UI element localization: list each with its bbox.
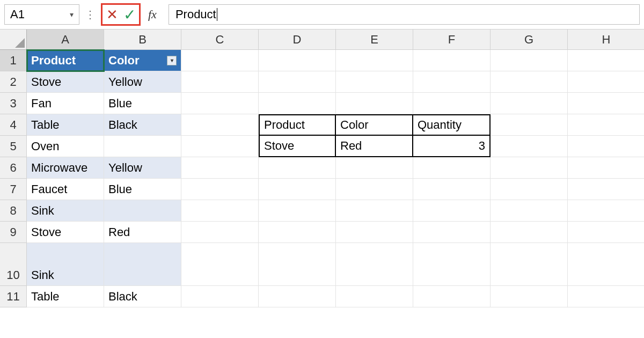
col-header-B[interactable]: B [104,30,181,50]
row-header-6[interactable]: 6 [0,157,27,179]
fx-icon[interactable]: fx [144,8,161,21]
row-header-8[interactable]: 8 [0,200,27,222]
cell-C6[interactable] [181,157,259,179]
cell-F7[interactable] [413,179,491,200]
cell-A5[interactable]: Oven [27,136,104,157]
cell-A6[interactable]: Microwave [27,157,104,179]
cell-E7[interactable] [336,179,413,200]
cell-A4[interactable]: Table [27,114,104,136]
cell-F6[interactable] [413,157,491,179]
cell-A11[interactable]: Table [27,286,104,307]
cell-H11[interactable] [568,286,644,307]
row-header-9[interactable]: 9 [0,222,27,243]
cell-B2[interactable]: Yellow [104,71,181,93]
cell-A8[interactable]: Sink [27,200,104,222]
row-header-10[interactable]: 10 [0,243,27,286]
cell-B6[interactable]: Yellow [104,157,181,179]
select-all-corner[interactable] [0,30,27,50]
cell-F5[interactable]: 3 [413,136,491,157]
filter-dropdown-icon[interactable]: ▾ [167,56,177,65]
row-header-2[interactable]: 2 [0,71,27,93]
cell-D10[interactable] [259,243,336,286]
cell-D7[interactable] [259,179,336,200]
cell-G8[interactable] [491,200,568,222]
cell-E11[interactable] [336,286,413,307]
cell-E10[interactable] [336,243,413,286]
row-header-4[interactable]: 4 [0,114,27,136]
cell-C10[interactable] [181,243,259,286]
cancel-button[interactable]: ✕ [104,6,121,23]
col-header-D[interactable]: D [259,30,336,50]
cell-G4[interactable] [491,114,568,136]
cell-H5[interactable] [568,136,644,157]
row-header-1[interactable]: 1 [0,50,27,71]
cell-D2[interactable] [259,71,336,93]
cell-G7[interactable] [491,179,568,200]
cell-H10[interactable] [568,243,644,286]
col-header-A[interactable]: A [27,30,104,50]
cell-D9[interactable] [259,222,336,243]
cell-C5[interactable] [181,136,259,157]
cell-C11[interactable] [181,286,259,307]
cell-B11[interactable]: Black [104,286,181,307]
formula-input[interactable]: Product [169,4,640,25]
cell-G2[interactable] [491,71,568,93]
cell-D11[interactable] [259,286,336,307]
row-header-11[interactable]: 11 [0,286,27,307]
cell-F4[interactable]: Quantity [413,114,491,136]
cell-E1[interactable] [336,50,413,71]
cell-E6[interactable] [336,157,413,179]
cell-C3[interactable] [181,93,259,114]
cell-C7[interactable] [181,179,259,200]
cell-G1[interactable] [491,50,568,71]
cell-A7[interactable]: Faucet [27,179,104,200]
cell-H9[interactable] [568,222,644,243]
cell-C4[interactable] [181,114,259,136]
row-header-5[interactable]: 5 [0,136,27,157]
cell-F8[interactable] [413,200,491,222]
cell-B3[interactable]: Blue [104,93,181,114]
col-header-H[interactable]: H [568,30,644,50]
cell-D8[interactable] [259,200,336,222]
spreadsheet-grid[interactable]: A B C D E F G H 1 Product Color▾ 2 Stove… [0,30,644,307]
cell-A1[interactable]: Product [27,50,104,71]
cell-E2[interactable] [336,71,413,93]
cell-E9[interactable] [336,222,413,243]
cell-F3[interactable] [413,93,491,114]
cell-H2[interactable] [568,71,644,93]
cell-F1[interactable] [413,50,491,71]
cell-D1[interactable] [259,50,336,71]
cell-H6[interactable] [568,157,644,179]
cell-D5[interactable]: Stove [259,136,336,157]
cell-G9[interactable] [491,222,568,243]
cell-E8[interactable] [336,200,413,222]
cell-A10[interactable]: Sink [27,243,104,286]
cell-B5[interactable] [104,136,181,157]
cell-B10[interactable] [104,243,181,286]
cell-G5[interactable] [491,136,568,157]
cell-F11[interactable] [413,286,491,307]
col-header-G[interactable]: G [491,30,568,50]
cell-A9[interactable]: Stove [27,222,104,243]
name-box[interactable]: A1 ▾ [4,4,79,25]
cell-B9[interactable]: Red [104,222,181,243]
row-header-3[interactable]: 3 [0,93,27,114]
cell-C9[interactable] [181,222,259,243]
cell-C1[interactable] [181,50,259,71]
cell-F10[interactable] [413,243,491,286]
cell-A2[interactable]: Stove [27,71,104,93]
cell-H8[interactable] [568,200,644,222]
cell-H4[interactable] [568,114,644,136]
cell-F2[interactable] [413,71,491,93]
cell-D3[interactable] [259,93,336,114]
cell-E4[interactable]: Color [336,114,413,136]
cell-B4[interactable]: Black [104,114,181,136]
cell-E5[interactable]: Red [336,136,413,157]
cell-H3[interactable] [568,93,644,114]
cell-A3[interactable]: Fan [27,93,104,114]
confirm-button[interactable]: ✓ [121,6,138,24]
cell-B1[interactable]: Color▾ [104,50,181,71]
cell-C8[interactable] [181,200,259,222]
cell-H7[interactable] [568,179,644,200]
cell-E3[interactable] [336,93,413,114]
